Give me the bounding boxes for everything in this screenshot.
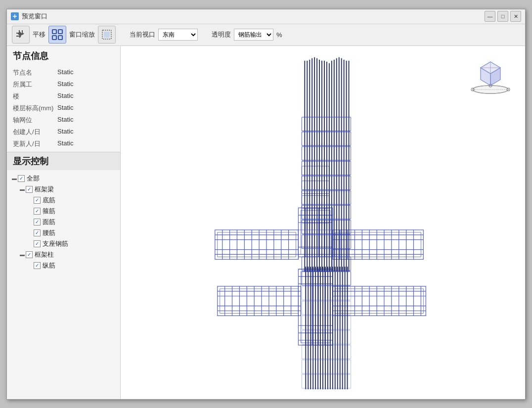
info-value-5: Static (57, 128, 74, 136)
info-label-6: 更新人/日 (13, 139, 57, 148)
info-row-2: 楼 Static (7, 91, 120, 102)
svg-rect-9 (104, 32, 110, 38)
info-row-6: 更新人/日 Static (7, 138, 120, 150)
tree-checkbox-top-rebar[interactable] (34, 219, 41, 226)
tree-item-frame-column[interactable]: ▬ 框架柱 (19, 249, 116, 260)
maximize-button[interactable]: □ (497, 11, 508, 22)
tree-toggle-frame-column[interactable]: ▬ (19, 252, 26, 257)
info-label-0: 节点名 (13, 68, 57, 77)
info-row-4: 轴网位 Static (7, 114, 120, 126)
info-label-2: 楼 (13, 92, 57, 101)
display-control-header: 显示控制 (7, 152, 120, 170)
tree-item-waist-rebar[interactable]: ▬ 腰筋 (27, 227, 116, 238)
tree-branch-frames: ▬ 框架梁 ▬ 底筋 ▬ 箍筋 (11, 184, 116, 271)
display-tree: ▬ 全部 ▬ 框架梁 ▬ 底筋 (7, 170, 120, 274)
main-window: 预览窗口 — □ ✕ 平移 (6, 9, 526, 400)
close-button[interactable]: ✕ (510, 11, 521, 22)
info-row-0: 节点名 Static (7, 67, 120, 79)
svg-rect-7 (58, 36, 62, 40)
view-select[interactable]: 东南 东北 西南 西北 顶 底 (158, 29, 198, 41)
tree-children-frame-column: ▬ 纵筋 (19, 260, 116, 271)
view-label: 当前视口 (130, 30, 155, 39)
tree-checkbox-waist-rebar[interactable] (34, 229, 41, 236)
tree-checkbox-longitudinal-rebar[interactable] (34, 262, 41, 269)
sidebar: 节点信息 节点名 Static 所属工 Static 楼 Static 楼层标高… (7, 46, 121, 399)
svg-rect-4 (52, 30, 56, 34)
svg-rect-5 (58, 30, 62, 34)
tree-checkbox-stirrup[interactable] (34, 208, 41, 215)
info-value-6: Static (57, 139, 74, 148)
info-label-3: 楼层标高(mm) (13, 104, 57, 113)
info-row-3: 楼层标高(mm) Static (7, 102, 120, 114)
info-row-1: 所属工 Static (7, 79, 120, 91)
tree-toggle-root[interactable]: ▬ (11, 176, 18, 181)
info-label-1: 所属工 (13, 80, 57, 89)
tree-item-support-rebar[interactable]: ▬ 支座钢筋 (27, 238, 116, 249)
zoom-window-button[interactable] (98, 26, 116, 44)
tree-item-root[interactable]: ▬ 全部 (11, 173, 116, 184)
info-value-4: Static (57, 116, 74, 125)
pan-label: 平移 (33, 30, 45, 39)
svg-rect-6 (52, 36, 56, 40)
info-label-5: 创建人/日 (13, 128, 57, 136)
info-value-2: Static (57, 92, 74, 101)
window-controls: — □ ✕ (485, 11, 521, 22)
info-value-3: Static (57, 104, 74, 113)
tree-item-stirrup[interactable]: ▬ 箍筋 (27, 206, 116, 217)
tree-checkbox-support-rebar[interactable] (34, 240, 41, 247)
3d-viewport[interactable] (121, 46, 525, 399)
3d-rebar-view (121, 46, 525, 399)
tree-checkbox-root[interactable] (18, 175, 25, 182)
minimize-button[interactable]: — (485, 11, 495, 22)
node-info-header: 节点信息 (7, 46, 120, 65)
tree-label-frame-beam: 框架梁 (35, 185, 54, 194)
main-area: 节点信息 节点名 Static 所属工 Static 楼 Static 楼层标高… (7, 46, 525, 399)
svg-point-3 (20, 34, 22, 36)
tree-checkbox-bottom-rebar[interactable] (34, 197, 41, 204)
tree-label-support-rebar: 支座钢筋 (43, 239, 68, 248)
tree-label-bottom-rebar: 底筋 (43, 196, 55, 205)
tree-checkbox-frame-beam[interactable] (26, 186, 33, 193)
tree-toggle-frame-beam[interactable]: ▬ (19, 186, 26, 192)
app-icon (11, 12, 19, 20)
tree-item-bottom-rebar[interactable]: ▬ 底筋 (27, 195, 116, 206)
tree-item-frame-beam[interactable]: ▬ 框架梁 (19, 184, 116, 195)
title-bar: 预览窗口 — □ ✕ (7, 9, 525, 24)
info-value-0: Static (57, 68, 74, 77)
orientation-cube-svg (471, 56, 510, 95)
tree-item-top-rebar[interactable]: ▬ 面筋 (27, 217, 116, 227)
tree-label-longitudinal-rebar: 纵筋 (43, 261, 55, 270)
toolbar: 平移 窗口缩放 当前视口 东南 东北 西南 西北 顶 底 (7, 24, 525, 46)
info-value-1: Static (57, 80, 74, 89)
transparency-label: 透明度 (212, 30, 231, 39)
orientation-cube[interactable] (471, 56, 510, 95)
transparency-unit: % (276, 31, 282, 39)
pan-tool-button[interactable] (12, 26, 30, 44)
tree-label-frame-column: 框架柱 (35, 250, 54, 259)
tree-label-top-rebar: 面筋 (43, 218, 55, 227)
tree-label-waist-rebar: 腰筋 (43, 228, 55, 237)
zoom-fit-label: 窗口缩放 (69, 30, 95, 39)
tree-label-stirrup: 箍筋 (43, 207, 55, 216)
tree-children-frame-beam: ▬ 底筋 ▬ 箍筋 ▬ 面筋 (19, 195, 116, 249)
info-row-5: 创建人/日 Static (7, 126, 120, 138)
tree-item-longitudinal-rebar[interactable]: ▬ 纵筋 (27, 260, 116, 271)
node-info-table: 节点名 Static 所属工 Static 楼 Static 楼层标高(mm) … (7, 65, 120, 152)
info-label-4: 轴网位 (13, 116, 57, 125)
zoom-fit-button[interactable] (48, 26, 66, 44)
window-title: 预览窗口 (22, 12, 485, 21)
transparency-select[interactable]: 钢筋输出 实体 透明 (234, 29, 273, 41)
tree-label-root: 全部 (27, 174, 40, 183)
tree-checkbox-frame-column[interactable] (26, 251, 33, 258)
